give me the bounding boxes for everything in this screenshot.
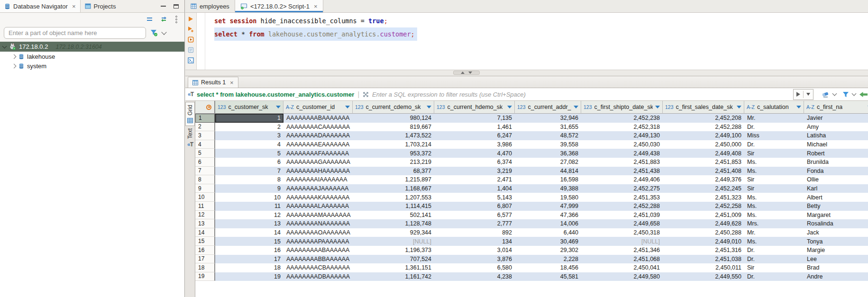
filters-funnel-icon[interactable]	[842, 91, 849, 98]
grid-cell[interactable]: 6,440	[515, 228, 581, 237]
grid-cell[interactable]: Ms.	[744, 193, 804, 202]
grid-cell[interactable]: Ms.	[744, 237, 804, 246]
row-number[interactable]: 13	[195, 219, 215, 228]
grid-cell[interactable]: 953,372	[353, 149, 434, 158]
maximize-icon[interactable]	[174, 4, 179, 9]
grid-cell[interactable]: 4,470	[434, 149, 515, 158]
grid-cell[interactable]: Dr.	[744, 255, 804, 264]
grid-cell[interactable]: AAAAAAAAJAAAAAAA	[283, 184, 353, 193]
grid-cell[interactable]: 1,161,742	[353, 272, 434, 281]
editor-horizontal-scrollbar[interactable]	[185, 70, 868, 76]
grid-cell[interactable]: 3	[215, 131, 283, 140]
grid-cell[interactable]: 6,374	[434, 158, 515, 167]
grid-cell[interactable]: Javier	[804, 114, 868, 123]
grid-cell[interactable]: AAAAAAAAKAAAAAAA	[283, 193, 353, 202]
grid-cell[interactable]: 3,219	[434, 167, 515, 176]
grid-cell[interactable]: 47,999	[515, 202, 581, 211]
tab-projects[interactable]: Projects	[81, 0, 120, 12]
grid-cell[interactable]: AAAAAAAABBAAAAAA	[283, 255, 353, 264]
grid-cell[interactable]: 1	[215, 114, 283, 123]
grid-cell[interactable]: 16	[215, 246, 283, 255]
grid-cell[interactable]: AAAAAAAAPAAAAAAA	[283, 237, 353, 246]
filter-funnel-icon[interactable]	[150, 29, 158, 36]
row-number[interactable]: 17	[195, 255, 215, 264]
grid-cell[interactable]: 2,451,068	[581, 255, 663, 264]
grid-cell[interactable]: 17	[215, 255, 283, 264]
grid-cell[interactable]: 29,302	[515, 246, 581, 255]
grid-cell[interactable]: 9	[215, 184, 283, 193]
column-header-c_salutation[interactable]: A-Zc_salutation	[744, 101, 804, 114]
grid-cell[interactable]: Ms.	[744, 202, 804, 211]
grid-cell[interactable]: Dr.	[744, 246, 804, 255]
grid-cell[interactable]: 19,580	[515, 193, 581, 202]
grid-cell[interactable]: 2,451,883	[581, 158, 663, 167]
grid-cell[interactable]: Amy	[804, 123, 868, 132]
grid-cell[interactable]: AAAAAAAAFAAAAAAA	[283, 149, 353, 158]
grid-cell[interactable]: 6,577	[434, 211, 515, 220]
tab-employees[interactable]: employees	[185, 0, 235, 12]
apply-filter-dropdown-icon[interactable]	[806, 93, 810, 96]
grid-cell[interactable]: 2,452,238	[581, 114, 663, 123]
code-line[interactable]: select * from lakehouse.customer_analyti…	[214, 27, 417, 41]
grid-cell[interactable]: AAAAAAAALAAAAAAA	[283, 202, 353, 211]
grid-cell[interactable]: 2,449,010	[663, 237, 744, 246]
column-header-c_current_cdemo_sk[interactable]: 123c_current_cdemo_sk	[353, 101, 434, 114]
grid-cell[interactable]: Brunilda	[804, 158, 868, 167]
grid-cell[interactable]: 502,141	[353, 211, 434, 220]
grid-cell[interactable]: Miss	[744, 131, 804, 140]
grid-cell[interactable]: 2,449,658	[581, 219, 663, 228]
collapse-all-icon[interactable]	[147, 18, 152, 21]
row-number[interactable]: 15	[195, 237, 215, 246]
grid-cell[interactable]: 30,469	[515, 237, 581, 246]
column-filter-arrow-icon[interactable]	[276, 106, 281, 108]
grid-cell[interactable]: 47,366	[515, 211, 581, 220]
apply-filter-button[interactable]	[793, 89, 813, 100]
row-number[interactable]: 8	[195, 175, 215, 184]
grid-cell[interactable]: Sir	[744, 184, 804, 193]
grid-cell[interactable]: 2,452,318	[581, 123, 663, 132]
grid-cell[interactable]: 5,143	[434, 193, 515, 202]
grid-cell[interactable]: 31,655	[515, 123, 581, 132]
tree-item-connection[interactable]: 172.18.0.2 172.18.0.2:31604	[0, 42, 184, 52]
grid-cell[interactable]: 2,449,628	[663, 219, 744, 228]
execute-new-tab-icon[interactable]	[188, 26, 194, 32]
grid-cell[interactable]: Sir	[744, 149, 804, 158]
grid-cell[interactable]: Betty	[804, 202, 868, 211]
grid-cell[interactable]: Lee	[804, 255, 868, 264]
grid-cell[interactable]: 2,452,288	[581, 202, 663, 211]
tab-database-navigator[interactable]: Database Navigator	[0, 0, 81, 12]
apply-filter-icon[interactable]	[796, 92, 800, 97]
tab-results-1[interactable]: Results 1	[188, 77, 238, 88]
grid-cell[interactable]: 15	[215, 237, 283, 246]
grid-cell[interactable]: 1,361,151	[353, 263, 434, 272]
grid-cell[interactable]: 7	[215, 167, 283, 176]
grid-cell[interactable]: 2,449,408	[663, 149, 744, 158]
expander-closed-icon[interactable]	[12, 63, 17, 68]
grid-cell[interactable]: 2,451,408	[663, 167, 744, 176]
row-number[interactable]: 9	[195, 184, 215, 193]
expand-filter-icon[interactable]	[363, 91, 369, 98]
view-menu-icon[interactable]	[175, 16, 177, 23]
grid-cell[interactable]: AAAAAAAADAAAAAAA	[283, 131, 353, 140]
grid-cell[interactable]: 3,986	[434, 140, 515, 149]
grid-cell[interactable]: Jack	[804, 228, 868, 237]
execute-statement-icon[interactable]	[188, 16, 193, 22]
grid-cell[interactable]: 4,238	[434, 272, 515, 281]
grid-cell[interactable]: 1,196,373	[353, 246, 434, 255]
grid-cell[interactable]: Latisha	[804, 131, 868, 140]
close-icon[interactable]	[230, 80, 234, 86]
explain-plan-icon[interactable]	[188, 47, 194, 53]
grid-cell[interactable]: 1,404	[434, 184, 515, 193]
grid-cell[interactable]: Dr.	[744, 272, 804, 281]
grid-cell[interactable]: Tonya	[804, 237, 868, 246]
grid-cell[interactable]: 6	[215, 158, 283, 167]
grid-cell[interactable]: 213,219	[353, 158, 434, 167]
grid-cell[interactable]: 6,580	[434, 263, 515, 272]
presentation-tab-text[interactable]: Text «T	[185, 126, 195, 150]
presentation-tab-grid[interactable]: Grid	[185, 102, 195, 126]
row-number[interactable]: 14	[195, 228, 215, 237]
grid-cell[interactable]: Robert	[804, 149, 868, 158]
grid-cell[interactable]: 2,451,853	[663, 158, 744, 167]
grid-cell[interactable]: AAAAAAAAHAAAAAAA	[283, 167, 353, 176]
grid-cell[interactable]: 2,449,376	[663, 175, 744, 184]
